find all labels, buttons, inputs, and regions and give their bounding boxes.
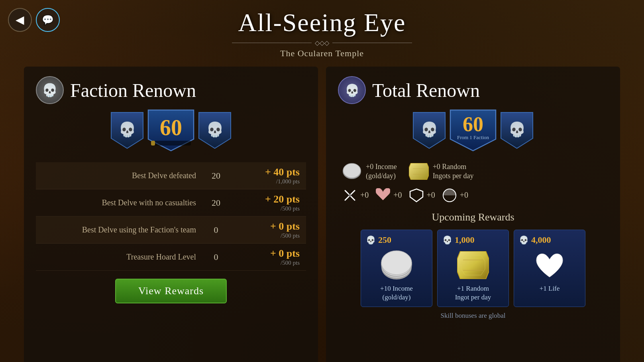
header-subtitle: The Ocularen Temple — [0, 48, 644, 59]
reward-card-4000: 💀 4,000 +1 Life — [514, 230, 585, 307]
reward-label-2: +1 RandomIngot per day — [442, 284, 504, 302]
chat-button[interactable]: 💬 — [36, 8, 60, 32]
magic-value: +0 — [460, 191, 468, 200]
shield-left-svg: 💀 — [109, 110, 145, 150]
divider-line-right — [332, 43, 412, 43]
stat-pts-max-2: /500 pts — [228, 205, 300, 212]
shield-right-svg: 💀 — [197, 110, 233, 150]
chat-icon: 💬 — [42, 14, 54, 26]
faction-renown-header: 💀 Faction Renown — [36, 76, 306, 104]
svg-text:💀: 💀 — [420, 121, 438, 138]
svg-text:60: 60 — [160, 115, 182, 140]
stat-points-4: + 0 pts /500 pts — [228, 248, 300, 266]
reward-card-250: 💀 250 +10 Income(gold/day) — [361, 230, 432, 307]
magic-icon — [442, 187, 457, 203]
total-renown-panel: 💀 Total Renown 💀 — [326, 67, 620, 362]
life-bonus: +0 — [375, 187, 402, 203]
reward-threshold-1: 250 — [378, 235, 391, 245]
total-shield-center-svg: 60 From 1 Faction — [447, 108, 499, 153]
shield-icon — [408, 187, 424, 203]
gold-income-item: +0 Income(gold/day) — [342, 162, 397, 181]
total-shield-right-svg: 💀 — [499, 110, 535, 150]
ingot-income-text: +0 RandomIngots per day — [433, 162, 474, 181]
coin-svg — [343, 162, 361, 181]
skill-bonus-note: Skill bonuses are global — [338, 312, 608, 320]
svg-text:💀: 💀 — [508, 121, 526, 138]
stat-points-2: + 20 pts /500 pts — [228, 193, 300, 212]
stat-pts-main-1: + 40 pts — [265, 166, 300, 178]
stat-row-1: Best Delve defeated 20 + 40 pts /1,000 p… — [36, 162, 306, 189]
faction-renown-title: Faction Renown — [70, 79, 196, 101]
heart-svg — [376, 188, 390, 203]
reward-threshold-3: 4,000 — [531, 235, 551, 245]
shield-small-svg — [409, 188, 424, 203]
stat-pts-main-3: + 0 pts — [270, 220, 300, 232]
armor-bonus: +0 — [408, 187, 435, 203]
svg-text:From 1 Faction: From 1 Faction — [457, 134, 489, 140]
reward-threshold-2: 1,000 — [455, 235, 475, 245]
svg-text:💀: 💀 — [206, 121, 224, 138]
page-title: All-Seeing Eye — [0, 8, 644, 37]
total-faction-skull-icon: 💀 — [338, 76, 366, 104]
reward-skull-1: 💀 — [366, 235, 376, 245]
svg-text:60: 60 — [463, 113, 483, 136]
reward-icon-heart — [519, 249, 580, 281]
stat-label-1: Best Delve defeated — [42, 171, 204, 180]
sword-icon — [342, 187, 358, 203]
stat-pts-main-2: + 20 pts — [265, 193, 300, 205]
reward-skull-3: 💀 — [519, 235, 529, 245]
faction-renown-shield: 💀 60 💀 — [36, 110, 306, 153]
diamond-icon: ◇◇◇ — [315, 39, 329, 47]
header: All-Seeing Eye ◇◇◇ The Ocularen Temple — [0, 0, 644, 63]
stat-pts-max-3: /500 pts — [228, 232, 300, 239]
svg-point-22 — [349, 194, 351, 197]
stat-pts-max-1: /1,000 pts — [228, 178, 300, 185]
stat-pts-main-4: + 0 pts — [270, 248, 300, 259]
reward-heart-svg — [535, 252, 564, 279]
attack-value: +0 — [360, 191, 369, 200]
income-row: +0 Income(gold/day) — [338, 162, 608, 181]
ingot-svg — [409, 163, 429, 180]
stat-row-4: Treasure Hoard Level 0 + 0 pts /500 pts — [36, 244, 306, 271]
reward-label-3: +1 Life — [519, 284, 580, 293]
reward-label-1: +10 Income(gold/day) — [366, 284, 427, 302]
back-button[interactable]: ◀ — [8, 8, 32, 32]
stat-label-2: Best Delve with no casualties — [42, 198, 204, 207]
orb-svg — [442, 188, 457, 203]
stat-value-2: 20 — [204, 198, 228, 208]
stat-row-2: Best Delve with no casualties 20 + 20 pt… — [36, 189, 306, 216]
reward-ingot-svg — [457, 251, 489, 279]
heart-icon — [375, 187, 391, 203]
reward-skull-2: 💀 — [442, 235, 452, 245]
reward-icon-coin — [366, 249, 427, 281]
reward-4000-header: 💀 4,000 — [519, 235, 580, 245]
reward-icon-ingot — [442, 249, 504, 281]
view-rewards-button[interactable]: View Rewards — [115, 279, 227, 303]
reward-coin-svg — [381, 249, 412, 281]
coin-icon — [342, 163, 362, 179]
total-renown-header: 💀 Total Renown — [338, 76, 608, 104]
total-shield-left-svg: 💀 — [411, 110, 447, 150]
back-arrow-icon: ◀ — [16, 14, 24, 26]
svg-point-16 — [343, 163, 361, 178]
gold-income-text: +0 Income(gold/day) — [366, 162, 397, 181]
reward-1000-header: 💀 1,000 — [442, 235, 504, 245]
life-value: +0 — [393, 191, 402, 200]
svg-rect-4 — [151, 141, 191, 146]
stat-row-3: Best Delve using the Faction's team 0 + … — [36, 216, 306, 244]
ingot-icon — [409, 163, 429, 179]
stat-bonus-row: +0 +0 +0 — [338, 187, 608, 203]
header-divider: ◇◇◇ — [0, 39, 644, 47]
divider-line-left — [232, 43, 312, 43]
stat-value-1: 20 — [204, 171, 228, 181]
svg-text:💀: 💀 — [118, 121, 136, 138]
svg-rect-5 — [151, 141, 155, 146]
shield-center-svg: 60 — [145, 108, 197, 153]
ingot-income-item: +0 RandomIngots per day — [409, 162, 474, 181]
svg-point-28 — [381, 251, 412, 275]
armor-value: +0 — [427, 191, 435, 200]
main-content: 💀 Faction Renown 💀 — [0, 63, 644, 362]
svg-marker-17 — [409, 163, 429, 180]
stat-value-4: 0 — [204, 252, 228, 262]
magic-bonus: +0 — [442, 187, 468, 203]
